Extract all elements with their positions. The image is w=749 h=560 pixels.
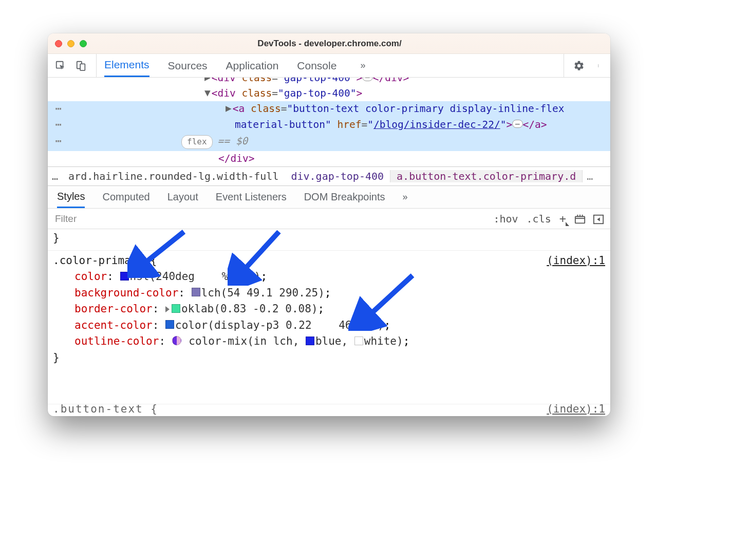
- dom-row[interactable]: ▼<div class="gap-top-400">: [48, 86, 610, 101]
- subtab-computed[interactable]: Computed: [102, 186, 149, 208]
- color-swatch[interactable]: [165, 320, 174, 329]
- svg-rect-2: [80, 64, 85, 70]
- dom-row-selected-cont[interactable]: material-button" href="/blog/insider-dec…: [48, 117, 610, 133]
- tab-sources[interactable]: Sources: [168, 54, 208, 77]
- css-declaration[interactable]: border-color: oklab(0.83 -0.2 0.08);: [53, 301, 605, 318]
- tab-console[interactable]: Console: [297, 54, 336, 77]
- breadcrumb-item-selected[interactable]: a.button-text.color-primary.d: [390, 170, 583, 182]
- maximize-window-icon[interactable]: [80, 40, 87, 47]
- disclosure-open-icon[interactable]: ▼: [204, 87, 211, 99]
- color-swatch[interactable]: [354, 337, 363, 345]
- css-selector-cutoff: .button-text {: [53, 403, 158, 415]
- flex-badge[interactable]: flex: [181, 135, 213, 149]
- dom-row-close[interactable]: </div>: [48, 151, 610, 166]
- expand-shorthand-icon[interactable]: [165, 306, 170, 312]
- closing-brace: }: [53, 350, 605, 366]
- main-tabs: Elements Sources Application Console »: [104, 54, 564, 77]
- subtab-event-listeners[interactable]: Event Listeners: [216, 186, 287, 208]
- main-toolbar: Elements Sources Application Console »: [48, 54, 610, 78]
- source-location-cutoff: (index):1: [547, 403, 605, 415]
- color-mix-swatch[interactable]: [172, 336, 181, 345]
- breadcrumb-end: …: [583, 170, 597, 182]
- minimize-window-icon[interactable]: [67, 40, 74, 47]
- window-title: DevTools - developer.chrome.com/: [87, 39, 572, 49]
- svg-rect-6: [575, 216, 585, 223]
- close-window-icon[interactable]: [55, 40, 62, 47]
- dom-row[interactable]: ▶<div class="gap-top-400">⋯</div>: [48, 78, 610, 86]
- source-location[interactable]: (index):1: [547, 253, 605, 269]
- breadcrumb[interactable]: … ard.hairline.rounded-lg.width-full div…: [48, 166, 610, 186]
- new-style-rule-icon[interactable]: +: [559, 212, 566, 225]
- filter-row: :hov .cls +: [48, 209, 610, 229]
- device-toggle-icon[interactable]: [76, 60, 87, 71]
- gear-icon[interactable]: [573, 60, 585, 71]
- color-swatch[interactable]: [172, 304, 180, 313]
- tab-application[interactable]: Application: [226, 54, 279, 77]
- filter-tools: :hov .cls +: [486, 212, 610, 225]
- devtools-window: DevTools - developer.chrome.com/ Element…: [48, 33, 610, 416]
- subtab-styles[interactable]: Styles: [57, 186, 85, 208]
- toggle-pane-icon[interactable]: [593, 214, 603, 224]
- hov-toggle[interactable]: :hov: [493, 213, 518, 225]
- css-declaration[interactable]: accent-color: color(display-p3 0.22 46 0…: [53, 318, 605, 334]
- styles-tabs: Styles Computed Layout Event Listeners D…: [48, 186, 610, 209]
- breadcrumb-item[interactable]: div.gap-top-400: [285, 170, 390, 182]
- kebab-menu-icon[interactable]: [594, 60, 605, 71]
- css-declaration[interactable]: color: hsl(240deg % 50%);: [53, 269, 605, 285]
- dom-href-link[interactable]: /blog/insider-dec-22/: [373, 119, 500, 130]
- color-swatch[interactable]: [192, 288, 200, 296]
- subtabs-overflow-icon[interactable]: »: [403, 192, 408, 202]
- filter-input[interactable]: [48, 209, 486, 229]
- ellipsis-collapsed-icon[interactable]: ⋯: [362, 78, 372, 81]
- computed-styles-icon[interactable]: [574, 214, 585, 224]
- svg-point-5: [598, 66, 598, 67]
- traffic-lights: [55, 40, 87, 47]
- css-selector[interactable]: .color-primary: [53, 254, 144, 267]
- svg-point-3: [598, 64, 598, 65]
- color-swatch[interactable]: [120, 272, 129, 281]
- tabs-overflow-icon[interactable]: »: [355, 60, 370, 71]
- ellipsis-collapsed-icon[interactable]: ⋯: [512, 120, 522, 128]
- inspect-icon[interactable]: [55, 60, 66, 71]
- closing-brace: }: [53, 230, 605, 247]
- css-declaration[interactable]: outline-color: color-mix(in lch, blue, w…: [53, 333, 605, 350]
- disclosure-icon[interactable]: ▶: [226, 102, 232, 114]
- breadcrumb-item[interactable]: ard.hairline.rounded-lg.width-full: [62, 170, 285, 182]
- tab-elements[interactable]: Elements: [104, 54, 149, 77]
- cls-toggle[interactable]: .cls: [527, 213, 551, 225]
- selector-row: .color-primary { (index):1: [53, 253, 605, 269]
- color-swatch[interactable]: [306, 337, 314, 345]
- css-declaration[interactable]: background-color: lch(54 49.1 290.25);: [53, 285, 605, 302]
- disclosure-icon[interactable]: ▶: [204, 78, 211, 83]
- breadcrumb-more[interactable]: …: [48, 170, 62, 182]
- toolbar-icons: [55, 54, 97, 77]
- subtab-dom-breakpoints[interactable]: DOM Breakpoints: [304, 186, 385, 208]
- titlebar: DevTools - developer.chrome.com/: [48, 33, 610, 54]
- subtab-layout[interactable]: Layout: [167, 186, 198, 208]
- dom-row-selected[interactable]: ▶<a class="button-text color-primary dis…: [48, 101, 610, 117]
- dom-row-flex-badge: flex== $0: [48, 133, 610, 151]
- dollar-zero: == $0: [218, 135, 248, 147]
- toolbar-right: [564, 54, 605, 77]
- dom-tree[interactable]: ▶<div class="gap-top-400">⋯</div> ▼<div …: [48, 78, 610, 166]
- svg-point-4: [598, 65, 598, 66]
- styles-pane[interactable]: } .color-primary { (index):1 color: hsl(…: [48, 229, 610, 404]
